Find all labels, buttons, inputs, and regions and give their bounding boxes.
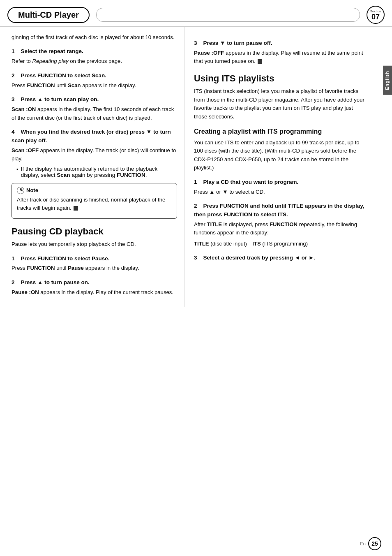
pause-step3-heading: 3 Press ▼ to turn pause off. [194, 39, 367, 48]
main-content: ginning of the first track of each disc … [0, 27, 392, 307]
note-title: ✎ Note [17, 187, 172, 194]
pausing-intro: Pause lets you temporarily stop playback… [12, 240, 177, 248]
its-step2-body: After TITLE is displayed, press FUNCTION… [194, 220, 367, 237]
footer-en-label: En [360, 541, 366, 546]
section-badge: Section 07 [367, 6, 385, 24]
stop-symbol-2 [258, 59, 262, 64]
pausing-title: Pausing CD playback [12, 226, 177, 237]
its-step3-heading: 3 Select a desired track by pressing ◄ o… [194, 254, 367, 262]
its-step1-body: Press ▲ or ▼ to select a CD. [194, 188, 367, 196]
note-box: ✎ Note After track or disc scanning is f… [12, 183, 177, 219]
pause-step2-heading: 2 Press ▲ to turn pause on. [12, 278, 177, 287]
scan-step3-heading: 3 Press ▲ to turn scan play on. [12, 95, 177, 104]
header-middle-box [96, 8, 360, 22]
scan-step1-body: Refer to Repeating play on the previous … [12, 57, 177, 65]
scan-step4-heading: 4 When you find the desired track (or di… [12, 128, 177, 145]
its-step1-heading: 1 Play a CD that you want to program. [194, 178, 367, 187]
its-step2-heading: 2 Press FUNCTION and hold until TITLE ap… [194, 202, 367, 219]
page-header: Multi-CD Player Section 07 [0, 0, 392, 27]
scan-step2-heading: 2 Press FUNCTION to select Scan. [12, 72, 177, 80]
creating-title: Creating a playlist with ITS programming [194, 127, 367, 136]
step-num: 1 [12, 48, 19, 54]
intro-text: ginning of the first track of each disc … [12, 33, 177, 42]
scan-step2-body: Press FUNCTION until Scan appears in the… [12, 81, 177, 90]
scan-bullet: If the display has automatically returne… [16, 166, 177, 178]
pause-step1-body: Press FUNCTION until Pause appears in th… [12, 264, 177, 272]
creating-intro: You can use ITS to enter and playback up… [194, 139, 367, 172]
scan-step1-heading: 1 Select the repeat range. [12, 47, 177, 56]
footer-page-num: 25 [368, 537, 381, 550]
pause-step3-body: Pause :OFF appears in the display. Play … [194, 49, 367, 66]
left-column: ginning of the first track of each disc … [0, 27, 185, 307]
pause-step1-heading: 1 Press FUNCTION to select Pause. [12, 255, 177, 263]
note-icon: ✎ [17, 187, 24, 194]
note-body: After track or disc scanning is finished… [17, 196, 172, 213]
its-title: Using ITS playlists [194, 73, 367, 84]
its-intro: ITS (instant track selection) lets you m… [194, 87, 367, 121]
stop-symbol [74, 206, 78, 211]
its-step2-list: TITLE (disc title input)—ITS (ITS progra… [194, 240, 367, 248]
pause-step2-body: Pause :ON appears in the display. Play o… [12, 288, 177, 297]
scan-step4-body: Scan :OFF appears in the display. The tr… [12, 146, 177, 163]
scan-step3-body: Scan :ON appears in the display. The fir… [12, 105, 177, 122]
page-title: Multi-CD Player [7, 7, 90, 23]
footer: En 25 [360, 537, 381, 550]
right-column: 3 Press ▼ to turn pause off. Pause :OFF … [185, 27, 384, 307]
english-tab: English [383, 66, 392, 95]
